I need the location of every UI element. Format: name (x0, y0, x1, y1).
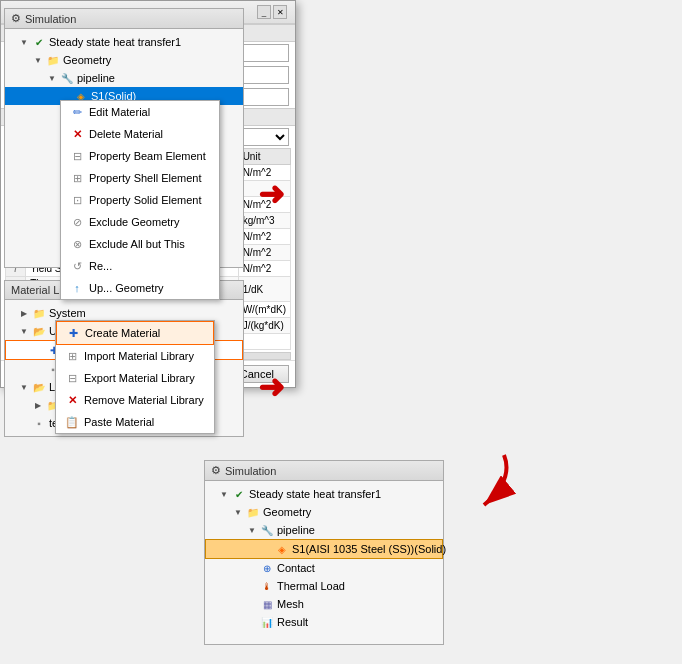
menu-item-paste-material[interactable]: 📋 Paste Material (56, 411, 214, 433)
row-unit: 1/dK (238, 277, 290, 302)
row-unit (238, 334, 290, 350)
check-icon: ✔ (31, 34, 47, 50)
tree-item-mesh-bottom[interactable]: ▦ Mesh (205, 595, 443, 613)
dialog-titlebar-buttons: _ ✕ (257, 5, 287, 19)
delete-icon: ✕ (69, 126, 85, 142)
menu-item-import-lib[interactable]: ⊞ Import Material Library (56, 345, 214, 367)
sim-icon: ⚙ (11, 12, 21, 25)
sim-icon-bottom: ⚙ (211, 464, 221, 477)
tree-item[interactable]: ▼ 🔧 pipeline (5, 69, 243, 87)
tree-item-thermal-bottom[interactable]: 🌡 Thermal Load (205, 577, 443, 595)
tree-item-s1-bottom[interactable]: ◈ S1(AISI 1035 Steel (SS))(Solid) (205, 539, 443, 559)
solid-icon-bottom: ◈ (274, 541, 290, 557)
import-icon: ⊞ (64, 348, 80, 364)
tree-label: System (49, 307, 86, 319)
tree-label: Geometry (263, 506, 311, 518)
menu-item-exclude-geom[interactable]: ⊘ Exclude Geometry (61, 211, 219, 233)
expand-icon: ▼ (219, 489, 229, 499)
menu-item-remove-lib[interactable]: ✕ Remove Material Library (56, 389, 214, 411)
menu-item-export-lib[interactable]: ⊟ Export Material Library (56, 367, 214, 389)
tree-label: Thermal Load (277, 580, 345, 592)
expand-icon (47, 163, 57, 173)
menu-item-exclude-all[interactable]: ⊗ Exclude All but This (61, 233, 219, 255)
exclude-icon: ⊘ (69, 214, 85, 230)
expand-icon (47, 145, 57, 155)
sim-panel-top-title: ⚙ Simulation (5, 9, 243, 29)
edit-icon: ✏ (69, 104, 85, 120)
folder-icon-bottom: 📁 (245, 504, 261, 520)
expand-icon: ▶ (33, 400, 43, 410)
tree-label: pipeline (277, 524, 315, 536)
tree-label: Geometry (63, 54, 111, 66)
expand-icon (247, 599, 257, 609)
menu-item-up-geom[interactable]: ↑ Up... Geometry (61, 277, 219, 299)
sim-panel-bottom-title: ⚙ Simulation (205, 461, 443, 481)
sim-tree-bottom: ▼ ✔ Steady state heat transfer1 ▼ 📁 Geom… (205, 481, 443, 635)
tree-item-bottom[interactable]: ▼ ✔ Steady state heat transfer1 (205, 485, 443, 503)
result-icon-bottom: 📊 (259, 614, 275, 630)
row-unit: N/m^2 (238, 245, 290, 261)
context-menu-material: ✚ Create Material ⊞ Import Material Libr… (55, 320, 215, 434)
check-icon-bottom: ✔ (231, 486, 247, 502)
row-unit: J/(kg*dK) (238, 318, 290, 334)
remove-icon: ✕ (64, 392, 80, 408)
folder-icon: 📁 (31, 305, 47, 321)
pipeline-icon: 🔧 (59, 70, 75, 86)
expand-icon (47, 109, 57, 119)
tree-item-result-bottom[interactable]: 📊 Result (205, 613, 443, 631)
menu-item-edit-material[interactable]: ✏ Edit Material (61, 101, 219, 123)
menu-item-prop-shell[interactable]: ⊞ Property Shell Element (61, 167, 219, 189)
beam-icon: ⊟ (69, 148, 85, 164)
tree-label: S1(AISI 1035 Steel (SS))(Solid) (292, 543, 446, 555)
user-folder-icon: 📂 (31, 323, 47, 339)
shell-icon: ⊞ (69, 170, 85, 186)
folder-icon: 📁 (45, 52, 61, 68)
expand-icon: ▶ (19, 308, 29, 318)
te-icon: ▪ (31, 415, 47, 431)
simulation-panel-bottom: ⚙ Simulation ▼ ✔ Steady state heat trans… (204, 460, 444, 645)
tree-item-bottom[interactable]: ▼ 📁 Geometry (205, 503, 443, 521)
tree-label: Mesh (277, 598, 304, 610)
close-button[interactable]: ✕ (273, 5, 287, 19)
expand-icon (19, 418, 29, 428)
row-unit: W/(m*dK) (238, 302, 290, 318)
thermal-icon-bottom: 🌡 (259, 578, 275, 594)
arrow-right: ➜ (258, 175, 285, 213)
up-icon: ↑ (69, 280, 85, 296)
expand-icon (33, 364, 43, 374)
menu-item-re[interactable]: ↺ Re... (61, 255, 219, 277)
expand-icon: ▼ (247, 525, 257, 535)
row-unit: N/m^2 (238, 261, 290, 277)
arrow-right-2: ➜ (258, 368, 285, 406)
expand-icon: ▼ (233, 507, 243, 517)
create-mat-icon: ✚ (65, 325, 81, 341)
tree-item[interactable]: ▼ 📁 Geometry (5, 51, 243, 69)
tree-item-contact-bottom[interactable]: ⊕ Contact (205, 559, 443, 577)
tree-item[interactable]: ▼ ✔ Steady state heat transfer1 (5, 33, 243, 51)
menu-item-delete-material[interactable]: ✕ Delete Material (61, 123, 219, 145)
row-unit: kg/m^3 (238, 213, 290, 229)
menu-item-prop-beam[interactable]: ⊟ Property Beam Element (61, 145, 219, 167)
expand-icon: ▼ (33, 55, 43, 65)
menu-item-create-material[interactable]: ✚ Create Material (56, 321, 214, 345)
arrow-down-left (444, 450, 524, 512)
local-folder-icon: 📂 (31, 379, 47, 395)
expand-icon: ▼ (19, 326, 29, 336)
menu-item-prop-solid[interactable]: ⊡ Property Solid Element (61, 189, 219, 211)
row-unit: N/m^2 (238, 229, 290, 245)
expand-icon (47, 127, 57, 137)
expand-icon (247, 563, 257, 573)
context-menu-top: ✏ Edit Material ✕ Delete Material ⊟ Prop… (60, 100, 220, 300)
col-unit: Unit (238, 149, 290, 165)
tree-label: Contact (277, 562, 315, 574)
tree-item-bottom[interactable]: ▼ 🔧 pipeline (205, 521, 443, 539)
re-icon: ↺ (69, 258, 85, 274)
export-icon: ⊟ (64, 370, 80, 386)
expand-icon (247, 581, 257, 591)
expand-icon (262, 544, 272, 554)
expand-icon: ▼ (19, 382, 29, 392)
paste-icon: 📋 (64, 414, 80, 430)
minimize-button[interactable]: _ (257, 5, 271, 19)
expand-icon: ▼ (47, 73, 57, 83)
expand-icon (34, 345, 44, 355)
